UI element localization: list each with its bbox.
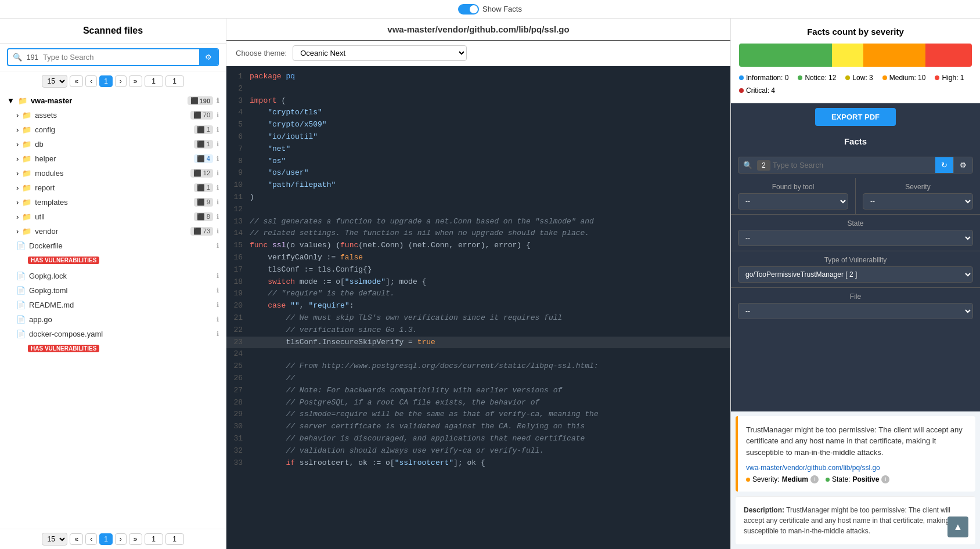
tree-folder-templates[interactable]: › 📁 templates ⬛ 9 ℹ [0, 195, 226, 210]
folder-info-icon[interactable]: ℹ [217, 140, 219, 148]
filter-file-select[interactable]: -- [738, 303, 973, 319]
filter-severity-select[interactable]: -- [863, 193, 973, 210]
page-next-next-btn-bottom[interactable]: » [129, 533, 142, 545]
tree-folder-modules[interactable]: › 📁 modules ⬛ 12 ℹ [0, 166, 226, 180]
tree-file-gopkg-toml[interactable]: 📄 Gopkg.toml ℹ [0, 283, 226, 298]
tree-root-item[interactable]: ▼ 📁 vwa-master ⬛ 190 ℹ [0, 93, 226, 108]
filter-file: File -- [731, 288, 980, 324]
file-icon: 📄 [16, 286, 26, 295]
tree-file-appgo[interactable]: 📄 app.go ℹ [0, 312, 226, 327]
filter-found-by-tool-select[interactable]: -- [738, 193, 848, 210]
code-line: 12 [226, 204, 730, 216]
code-line: 20 case "", "require": [226, 300, 730, 312]
folder-badge: ⬛ 70 [190, 111, 213, 120]
chevron-right-icon: › [16, 227, 19, 236]
severity-bar [739, 44, 972, 67]
tree-folder-report[interactable]: › 📁 report ⬛ 1 ℹ [0, 180, 226, 195]
state-info-icon[interactable]: i [881, 475, 889, 483]
facts-search-input[interactable] [770, 157, 935, 173]
folder-info-icon[interactable]: ℹ [217, 227, 219, 235]
code-line: 1package pq [226, 71, 730, 83]
file-info-icon[interactable]: ℹ [217, 316, 219, 323]
tree-file-readme[interactable]: 📄 README.md ℹ [0, 298, 226, 312]
code-line: 8 "os" [226, 156, 730, 168]
filter-file-label: File [738, 292, 973, 301]
code-line: 31 // behavior is discouraged, and appli… [226, 433, 730, 445]
scroll-top-button[interactable]: ▲ [947, 517, 968, 537]
code-line: 10 "path/filepath" [226, 179, 730, 192]
filter-vuln-type-label: Type of Vulnerability [738, 256, 973, 264]
page-prev-btn-top[interactable]: ‹ [85, 75, 97, 87]
facts-filter-button[interactable]: ⚙ [953, 157, 972, 173]
tree-file-docker-compose[interactable]: 📄 docker-compose.yaml ℹ HAS VULNERABILIT… [0, 327, 226, 357]
page-prev-prev-btn-bottom[interactable]: « [70, 533, 83, 545]
page-size-select-top[interactable]: 1525 [42, 75, 67, 88]
facts-refresh-button[interactable]: ↻ [935, 157, 953, 173]
tree-file-dockerfile[interactable]: 📄 Dockerfile ℹ HAS VULNERABILITIES [0, 239, 226, 269]
file-info-icon[interactable]: ℹ [217, 287, 219, 294]
file-path-header: vwa-master/vendor/github.com/lib/pq/ssl.… [226, 19, 730, 41]
filter-icon: ⚙ [205, 53, 212, 62]
page-size-select-bottom[interactable]: 1525 [42, 533, 67, 546]
export-pdf-button[interactable]: EXPORT PDF [815, 108, 896, 126]
search-input[interactable] [41, 49, 199, 65]
legend-item-information: Information: 0 [739, 74, 788, 82]
file-info-icon[interactable]: ℹ [217, 330, 219, 338]
code-line: 29 // sslmode=require will be the same a… [226, 409, 730, 421]
tree-folder-assets[interactable]: › 📁 assets ⬛ 70 ℹ [0, 108, 226, 122]
code-line: 30 // server certificate is validated ag… [226, 421, 730, 433]
code-area: 1package pq 2 3import ( 4 "crypto/tls" 5… [226, 66, 730, 549]
meta-state: State: Positive i [826, 475, 889, 483]
code-line: 7 "net" [226, 143, 730, 156]
severity-bar-red [925, 44, 972, 67]
folder-info-icon[interactable]: ℹ [217, 155, 219, 162]
chevron-right-icon: › [16, 140, 19, 149]
show-facts-toggle[interactable]: Show Facts [458, 4, 522, 15]
filter-button[interactable]: ⚙ [199, 49, 218, 65]
top-bar: Show Facts [0, 0, 980, 19]
tree-folder-db[interactable]: › 📁 db ⬛ 1 ℹ [0, 137, 226, 151]
page-current-btn-bottom[interactable]: 1 [99, 533, 113, 545]
page-next-btn-top[interactable]: › [115, 75, 127, 87]
state-label: State: [832, 475, 850, 483]
tree-folder-helper[interactable]: › 📁 helper ⬛ 4 ℹ [0, 151, 226, 166]
file-info-icon[interactable]: ℹ [217, 272, 219, 280]
page-next-btn-bottom[interactable]: › [115, 533, 127, 545]
folder-info-icon[interactable]: ℹ [217, 184, 219, 192]
file-info-icon[interactable]: ℹ [217, 301, 219, 309]
root-info-icon[interactable]: ℹ [217, 97, 219, 104]
page-goto-input-bottom[interactable] [145, 533, 163, 545]
folder-badge: ⬛ 9 [194, 198, 213, 207]
file-icon: 📄 [16, 330, 26, 338]
facts-section: Facts 🔍 2 ↻ ⚙ Found by tool -- Severity [731, 131, 980, 411]
folder-name: db [35, 140, 190, 149]
filter-vuln-type-select[interactable]: go/TooPermissiveTrustManager [ 2 ] [738, 266, 973, 283]
tree-folder-util[interactable]: › 📁 util ⬛ 8 ℹ [0, 210, 226, 224]
folder-icon: 📁 [22, 169, 31, 178]
folder-info-icon[interactable]: ℹ [217, 213, 219, 221]
folder-info-icon[interactable]: ℹ [217, 111, 219, 119]
chevron-right-icon: › [16, 198, 19, 207]
page-next-next-btn-top[interactable]: » [129, 75, 142, 87]
folder-name: templates [35, 198, 190, 207]
folder-info-icon[interactable]: ℹ [217, 169, 219, 177]
file-info-icon[interactable]: ℹ [217, 242, 219, 250]
filter-state-select[interactable]: -- [738, 230, 973, 246]
theme-select[interactable]: Oceanic Next Monokai Dracula Solarized D… [293, 45, 467, 61]
page-total-input-bottom [165, 533, 184, 545]
legend-dot-notice [798, 75, 802, 80]
tree-folder-config[interactable]: › 📁 config ⬛ 1 ℹ [0, 122, 226, 137]
severity-info-icon[interactable]: i [810, 475, 819, 483]
severity-bar-yellow [832, 44, 863, 67]
tree-file-gopkg-lock[interactable]: 📄 Gopkg.lock ℹ [0, 269, 226, 283]
page-current-btn-top[interactable]: 1 [99, 75, 113, 87]
toggle-pill[interactable] [458, 4, 479, 15]
page-prev-prev-btn-top[interactable]: « [70, 75, 83, 87]
page-goto-input-top[interactable] [145, 75, 163, 87]
page-prev-btn-bottom[interactable]: ‹ [85, 533, 97, 545]
code-line: 4 "crypto/tls" [226, 107, 730, 119]
pagination-top: 1525 « ‹ 1 › » [0, 71, 226, 91]
folder-info-icon[interactable]: ℹ [217, 198, 219, 206]
tree-folder-vendor[interactable]: › 📁 vendor ⬛ 73 ℹ [0, 224, 226, 239]
folder-info-icon[interactable]: ℹ [217, 126, 219, 133]
